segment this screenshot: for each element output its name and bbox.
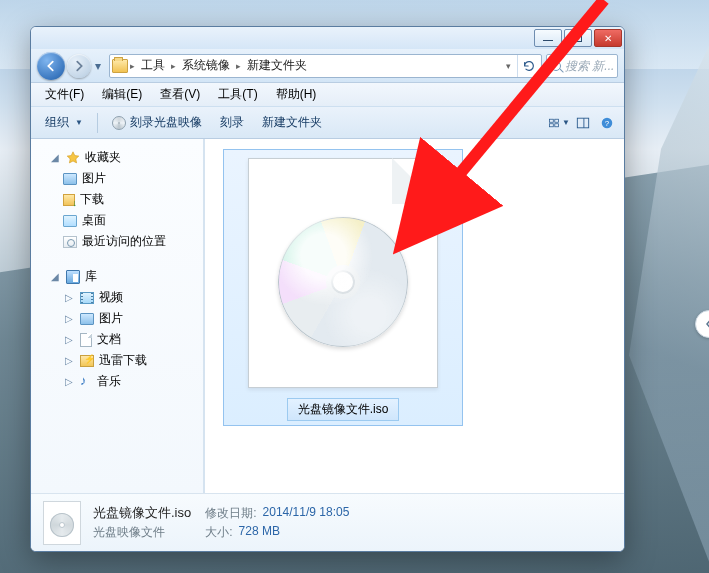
help-button[interactable]: ? bbox=[596, 112, 618, 134]
folder-icon bbox=[112, 59, 128, 73]
close-button[interactable] bbox=[594, 29, 622, 47]
expand-icon: ▷ bbox=[63, 376, 75, 387]
video-icon bbox=[80, 292, 94, 304]
menu-edit[interactable]: 编辑(E) bbox=[94, 84, 150, 105]
thunder-icon bbox=[80, 355, 94, 367]
refresh-icon bbox=[522, 59, 536, 73]
view-icon bbox=[548, 116, 560, 130]
sidebar-favorites[interactable]: ◢ 收藏夹 bbox=[35, 147, 200, 168]
svg-rect-0 bbox=[550, 119, 554, 122]
sidebar-item-documents[interactable]: ▷ 文档 bbox=[35, 329, 200, 350]
organize-button[interactable]: 组织▼ bbox=[37, 111, 91, 134]
menu-bar: 文件(F) 编辑(E) 查看(V) 工具(T) 帮助(H) bbox=[31, 83, 624, 107]
view-options-button[interactable]: ▼ bbox=[548, 112, 570, 134]
search-box[interactable] bbox=[546, 54, 618, 78]
preview-pane-icon bbox=[576, 116, 590, 130]
collapse-icon: ◢ bbox=[49, 152, 61, 163]
expand-icon: ▷ bbox=[63, 334, 75, 345]
minimize-button[interactable] bbox=[534, 29, 562, 47]
details-modified-value: 2014/11/9 18:05 bbox=[263, 505, 350, 522]
chevron-left-icon bbox=[704, 319, 709, 329]
document-icon bbox=[80, 333, 92, 347]
file-item-selected[interactable]: 光盘镜像文件.iso bbox=[223, 149, 463, 426]
sidebar-item-videos[interactable]: ▷ 视频 bbox=[35, 287, 200, 308]
breadcrumb-item[interactable]: 系统镜像 bbox=[178, 57, 234, 74]
titlebar bbox=[31, 27, 624, 49]
desktop-icon bbox=[63, 215, 77, 227]
menu-view[interactable]: 查看(V) bbox=[152, 84, 208, 105]
library-icon bbox=[66, 270, 80, 284]
expand-icon: ▷ bbox=[63, 292, 75, 303]
maximize-button[interactable] bbox=[564, 29, 592, 47]
back-button[interactable] bbox=[37, 52, 65, 80]
navigation-pane: ◢ 收藏夹 图片 下载 桌面 bbox=[31, 139, 205, 493]
recent-icon bbox=[63, 236, 77, 248]
toolbar-divider bbox=[97, 113, 98, 133]
details-modified-label: 修改日期: bbox=[205, 505, 256, 522]
menu-tools[interactable]: 工具(T) bbox=[210, 84, 265, 105]
details-filetype: 光盘映像文件 bbox=[93, 524, 191, 541]
chevron-down-icon: ▼ bbox=[562, 118, 570, 127]
music-icon: ♪ bbox=[80, 375, 92, 389]
explorer-window: ▾ ▸ 工具 ▸ 系统镜像 ▸ 新建文件夹 ▾ 文件(F) 编辑(E) 查看(V… bbox=[30, 26, 625, 552]
new-folder-button[interactable]: 新建文件夹 bbox=[254, 111, 330, 134]
svg-rect-1 bbox=[555, 119, 559, 122]
search-input[interactable] bbox=[565, 59, 613, 73]
disc-icon bbox=[112, 116, 126, 130]
sidebar-item-thunder[interactable]: ▷ 迅雷下载 bbox=[35, 350, 200, 371]
picture-icon bbox=[80, 313, 94, 325]
breadcrumb-overflow[interactable]: ▾ bbox=[502, 61, 515, 71]
download-icon bbox=[63, 194, 75, 206]
navigation-bar: ▾ ▸ 工具 ▸ 系统镜像 ▸ 新建文件夹 ▾ bbox=[31, 49, 624, 83]
file-thumbnail bbox=[248, 158, 438, 388]
sidebar-item-recent[interactable]: 最近访问的位置 bbox=[35, 231, 200, 252]
details-filename: 光盘镜像文件.iso bbox=[93, 504, 191, 522]
menu-help[interactable]: 帮助(H) bbox=[268, 84, 325, 105]
sidebar-item-desktop[interactable]: 桌面 bbox=[35, 210, 200, 231]
menu-file[interactable]: 文件(F) bbox=[37, 84, 92, 105]
forward-button[interactable] bbox=[67, 54, 91, 78]
search-icon bbox=[551, 61, 561, 71]
collapse-icon: ◢ bbox=[49, 271, 61, 282]
svg-rect-3 bbox=[555, 123, 559, 126]
command-bar: 组织▼ 刻录光盘映像 刻录 新建文件夹 ▼ ? bbox=[31, 107, 624, 139]
details-pane: 光盘镜像文件.iso 修改日期: 2014/11/9 18:05 光盘映像文件 … bbox=[31, 493, 624, 551]
svg-rect-2 bbox=[550, 123, 554, 126]
picture-icon bbox=[63, 173, 77, 185]
file-name-label: 光盘镜像文件.iso bbox=[287, 398, 400, 421]
sidebar-libraries[interactable]: ◢ 库 bbox=[35, 266, 200, 287]
arrow-left-icon bbox=[44, 59, 58, 73]
disc-icon bbox=[278, 217, 408, 347]
breadcrumb-separator: ▸ bbox=[236, 61, 241, 71]
breadcrumb-separator: ▸ bbox=[171, 61, 176, 71]
star-icon bbox=[66, 151, 80, 165]
address-bar[interactable]: ▸ 工具 ▸ 系统镜像 ▸ 新建文件夹 ▾ bbox=[109, 54, 542, 78]
preview-pane-button[interactable] bbox=[572, 112, 594, 134]
svg-text:?: ? bbox=[605, 118, 610, 127]
refresh-button[interactable] bbox=[517, 55, 539, 77]
breadcrumb-item[interactable]: 新建文件夹 bbox=[243, 57, 311, 74]
arrow-right-icon bbox=[72, 59, 86, 73]
breadcrumb-separator: ▸ bbox=[130, 61, 135, 71]
help-icon: ? bbox=[600, 116, 614, 130]
sidebar-item-music[interactable]: ▷ ♪ 音乐 bbox=[35, 371, 200, 392]
svg-rect-4 bbox=[577, 118, 588, 128]
sidebar-item-downloads[interactable]: 下载 bbox=[35, 189, 200, 210]
details-size-label: 大小: bbox=[205, 524, 232, 541]
burn-image-button[interactable]: 刻录光盘映像 bbox=[104, 111, 210, 134]
expand-icon: ▷ bbox=[63, 313, 75, 324]
details-thumbnail bbox=[43, 501, 81, 545]
sidebar-item-pictures-lib[interactable]: ▷ 图片 bbox=[35, 308, 200, 329]
expand-icon: ▷ bbox=[63, 355, 75, 366]
file-list[interactable]: 光盘镜像文件.iso bbox=[205, 139, 624, 493]
burn-button[interactable]: 刻录 bbox=[212, 111, 252, 134]
details-size-value: 728 MB bbox=[239, 524, 280, 541]
sidebar-item-pictures[interactable]: 图片 bbox=[35, 168, 200, 189]
breadcrumb-item[interactable]: 工具 bbox=[137, 57, 169, 74]
nav-history-dropdown[interactable]: ▾ bbox=[91, 56, 105, 76]
chevron-down-icon: ▼ bbox=[75, 118, 83, 127]
